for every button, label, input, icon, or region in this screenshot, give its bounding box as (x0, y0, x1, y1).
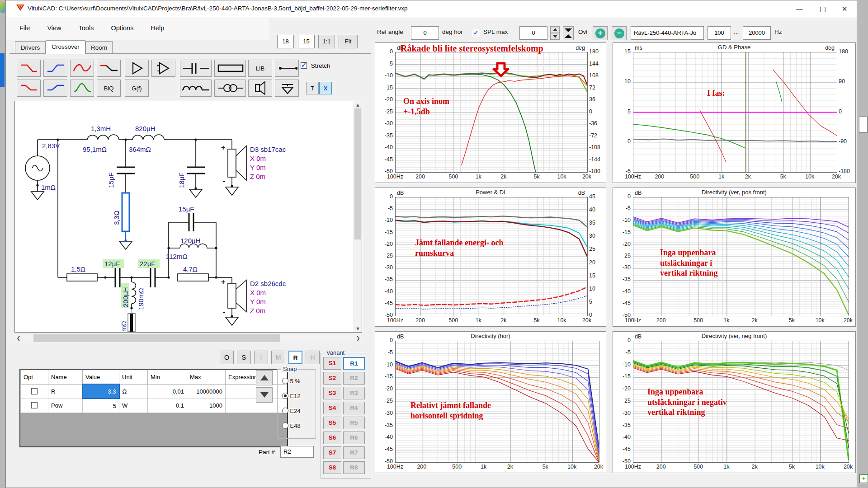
right-strip-button[interactable] (859, 117, 868, 133)
variant-button-s2[interactable]: S2 (323, 372, 341, 385)
capacitor-icon[interactable] (180, 60, 212, 77)
tab-room[interactable]: Room (85, 41, 113, 54)
variant-button-s3[interactable]: S3 (323, 387, 341, 399)
minimize-button[interactable]: — (789, 0, 810, 18)
shelf-icon[interactable] (97, 60, 121, 77)
lowpass-icon[interactable] (17, 60, 41, 77)
snap-radio-E24[interactable] (282, 408, 288, 414)
peak-icon[interactable] (70, 80, 94, 97)
desktop-icon[interactable] (0, 2, 5, 13)
spl-max-up-button[interactable] (550, 26, 560, 33)
transformer-icon[interactable] (214, 80, 246, 97)
polarity-icon[interactable] (275, 80, 299, 97)
cell-max[interactable]: 1000 (187, 399, 226, 413)
scroll-left-arrow[interactable]: ❮ (15, 335, 22, 341)
spl-max-input[interactable]: 0 (519, 26, 547, 40)
overlay-remove-button[interactable]: − (612, 26, 627, 40)
cell-name[interactable]: Pow (48, 399, 83, 413)
cell-value[interactable]: 5 (83, 399, 119, 413)
snap-radio-E48[interactable] (282, 422, 288, 429)
menu-view[interactable]: View (42, 18, 66, 40)
opt-checkbox[interactable] (31, 388, 38, 394)
mode-button-o[interactable]: O (220, 351, 234, 364)
maximize-button[interactable]: ▢ (812, 0, 833, 18)
scroll-up-arrow[interactable]: ▲ (354, 102, 362, 108)
resistor-icon[interactable] (214, 60, 246, 77)
library-button[interactable]: LIB (248, 60, 272, 77)
autoscale-button[interactable] (563, 26, 574, 40)
close-button[interactable]: ✕ (834, 0, 855, 18)
overlay-add-button[interactable]: + (593, 26, 608, 40)
variant-button-r8[interactable]: R8 (343, 461, 365, 474)
buffer-icon[interactable] (125, 60, 149, 77)
zoom-1to1-button[interactable]: 1:1 (318, 35, 335, 48)
snap-option[interactable]: 5 % (282, 378, 300, 385)
lowshelf-icon[interactable] (17, 80, 41, 97)
snap-radio-5%[interactable] (282, 378, 288, 384)
cell-unit[interactable]: Ω (119, 384, 148, 399)
mode-button-m[interactable]: M (271, 351, 285, 364)
mode-button-i[interactable]: I (254, 351, 268, 364)
menu-options[interactable]: Options (105, 18, 139, 40)
grid-width-input[interactable]: 18 (277, 35, 294, 48)
gf-button[interactable]: G(f) (125, 80, 149, 97)
x-node-button[interactable]: X (319, 82, 332, 94)
menu-help[interactable]: Help (145, 18, 170, 40)
freq-max-input[interactable]: 20000 (743, 26, 771, 40)
schematic-hscrollbar[interactable]: ❮ ❯ (14, 334, 362, 343)
mode-button-h[interactable]: H (306, 351, 320, 364)
tab-crossover[interactable]: Crossover (46, 40, 85, 54)
value-down-button[interactable] (256, 387, 273, 403)
table-row[interactable]: Pow5W0,11000 (21, 399, 287, 413)
mode-button-r[interactable]: R (288, 351, 302, 364)
bandstop-icon[interactable] (70, 60, 94, 77)
part-number-input[interactable]: R2 (280, 446, 314, 458)
schematic-canvas[interactable]: 2,83V 1mΩ 1,3mH 95,1mΩ 820µH 364mΩ 15µF … (14, 101, 362, 333)
highshelf-icon[interactable] (43, 80, 67, 97)
t-node-button[interactable]: T (306, 82, 319, 94)
variant-button-s6[interactable]: S6 (323, 432, 341, 444)
snap-radio-E12[interactable] (282, 393, 288, 399)
parameter-table[interactable]: OptNameValueUnitMinMaxExpressionR3,3Ω0,0… (19, 369, 288, 447)
wire-icon[interactable] (275, 60, 299, 77)
variant-button-s5[interactable]: S5 (323, 417, 341, 429)
tab-drivers[interactable]: Drivers (15, 41, 46, 54)
stretch-checkbox-row[interactable]: Stretch (301, 62, 330, 69)
variant-button-r5[interactable]: R5 (343, 417, 365, 429)
variant-button-r3[interactable]: R3 (343, 387, 365, 399)
variant-button-s8[interactable]: S8 (323, 461, 341, 474)
overlay-name-input[interactable]: RävL-250-440-ARTA-Jo (631, 26, 704, 40)
title-bar[interactable]: VituixCAD: C:\Users\surf\Documents\Vitui… (6, 0, 857, 18)
cell-unit[interactable]: W (119, 399, 148, 413)
freq-min-input[interactable]: 100 (708, 26, 731, 40)
opt-checkbox[interactable] (31, 402, 38, 408)
value-up-button[interactable] (256, 370, 273, 385)
spl-max-down-button[interactable] (550, 33, 560, 40)
scroll-right-arrow[interactable]: ❯ (355, 335, 361, 341)
snap-option[interactable]: E24 (282, 408, 301, 414)
scroll-down-arrow[interactable]: ▼ (354, 326, 362, 331)
schematic-vscrollbar[interactable]: ▲ ▼ (354, 101, 362, 332)
variant-button-r6[interactable]: R6 (343, 432, 365, 444)
variant-button-r7[interactable]: R7 (343, 446, 365, 459)
hscroll-thumb[interactable] (33, 334, 280, 342)
biquad-button[interactable]: BiQ (97, 80, 121, 97)
inductor-icon[interactable] (180, 80, 212, 97)
vscroll-thumb[interactable] (354, 108, 361, 239)
menu-tools[interactable]: Tools (73, 18, 99, 40)
variant-button-r1[interactable]: R1 (343, 357, 365, 370)
variant-button-s7[interactable]: S7 (323, 446, 341, 459)
variant-button-s4[interactable]: S4 (323, 402, 341, 414)
cell-name[interactable]: R (48, 384, 83, 399)
snap-option[interactable]: E48 (282, 422, 301, 429)
mode-button-s[interactable]: S (237, 351, 251, 364)
speaker-icon[interactable] (248, 80, 272, 97)
opamp-icon[interactable] (151, 60, 175, 77)
cell-min[interactable]: 0,01 (148, 384, 187, 399)
grid-height-input[interactable]: 15 (298, 35, 315, 48)
cell-min[interactable]: 0,1 (148, 399, 187, 413)
snap-option[interactable]: E12 (282, 393, 301, 399)
variant-button-r4[interactable]: R4 (343, 402, 365, 414)
menu-file[interactable]: File (14, 18, 35, 40)
add-icon[interactable]: + (859, 474, 868, 483)
